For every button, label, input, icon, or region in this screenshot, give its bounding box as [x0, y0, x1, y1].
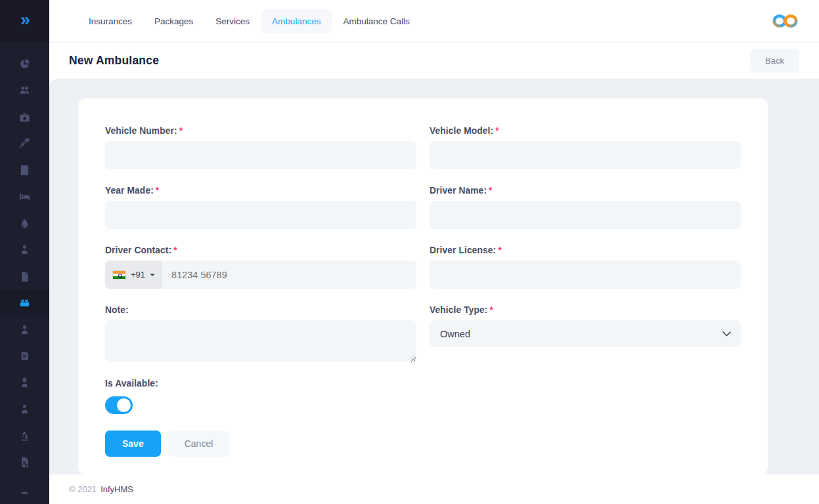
doctor-icon — [19, 324, 30, 335]
vehicle-number-group: Vehicle Number:* — [105, 126, 416, 169]
bed-icon — [19, 191, 30, 202]
microscope-icon — [19, 430, 30, 442]
back-button[interactable]: Back — [750, 49, 799, 73]
ambulance-icon — [19, 297, 30, 308]
vehicle-model-input[interactable] — [430, 141, 741, 169]
tab-ambulances[interactable]: Ambulances — [261, 9, 332, 33]
year-made-label: Year Made:* — [105, 186, 416, 196]
vehicle-type-label: Vehicle Type:* — [430, 305, 741, 315]
tab-insurances[interactable]: Insurances — [77, 9, 143, 33]
top-navbar: Insurances Packages Services Ambulances … — [49, 0, 819, 43]
vehicle-model-group: Vehicle Model:* — [430, 126, 741, 169]
person-icon — [19, 484, 30, 495]
sidebar-item-bed-management[interactable] — [0, 184, 49, 211]
sidebar-item-billing[interactable] — [0, 157, 49, 184]
note-label: Note: — [105, 305, 416, 315]
page-header: New Ambulance Back — [49, 43, 819, 79]
sidebar-item-patient-cases[interactable] — [0, 237, 49, 264]
double-chevron-right-icon: » — [20, 11, 29, 29]
vehicle-number-input[interactable] — [105, 141, 416, 169]
main-area: Insurances Packages Services Ambulances … — [49, 0, 819, 504]
sidebar-toggle[interactable]: » — [0, 0, 49, 43]
tab-ambulance-calls[interactable]: Ambulance Calls — [332, 9, 420, 33]
new-ambulance-form-card: Vehicle Number:* Vehicle Model:* Year Ma… — [78, 98, 768, 474]
driver-license-group: Driver License:* — [430, 245, 741, 289]
required-asterisk: * — [489, 186, 492, 196]
sidebar-item-dashboard[interactable] — [0, 51, 49, 77]
is-available-label: Is Available: — [105, 379, 741, 388]
patient-icon — [19, 244, 30, 255]
document-icon — [19, 271, 30, 282]
vehicle-type-group: Vehicle Type:* Owned — [430, 305, 741, 362]
driver-name-input[interactable] — [430, 201, 741, 229]
driver-contact-label: Driver Contact:* — [105, 245, 416, 255]
sidebar-item-ambulances[interactable] — [0, 290, 49, 317]
sidebar-item-receptionists[interactable] — [0, 369, 49, 396]
phone-input-wrap: +91 — [105, 261, 416, 289]
module-tabs: Insurances Packages Services Ambulances … — [77, 9, 772, 33]
vehicle-model-label: Vehicle Model:* — [430, 126, 741, 136]
country-code-dropdown[interactable]: +91 — [105, 261, 162, 289]
sidebar-item-employees[interactable] — [0, 396, 49, 423]
sidebar-item-appointments[interactable] — [0, 104, 49, 131]
caret-down-icon — [150, 274, 155, 276]
sidebar-item-blood-bank[interactable] — [0, 210, 49, 237]
required-asterisk: * — [498, 245, 501, 255]
driver-name-label: Driver Name:* — [430, 186, 741, 196]
medical-kit-icon — [19, 112, 30, 123]
save-button[interactable]: Save — [105, 430, 161, 457]
sidebar-item-doctors[interactable] — [0, 316, 49, 343]
india-flag-icon — [112, 270, 126, 280]
toggle-knob — [117, 398, 131, 412]
required-asterisk: * — [173, 245, 177, 255]
note-group: Note: — [105, 305, 416, 362]
driver-contact-input[interactable] — [162, 261, 416, 289]
sidebar-item-prescriptions[interactable] — [0, 450, 49, 476]
sidebar-item-laboratory[interactable] — [0, 423, 49, 450]
cancel-button[interactable]: Cancel — [168, 430, 230, 457]
sidebar-item-patients[interactable] — [0, 77, 49, 104]
is-available-toggle[interactable] — [105, 396, 133, 414]
pie-chart-icon — [19, 58, 30, 70]
sidebar-item-treatments[interactable] — [0, 131, 49, 158]
sidebar-item-documents[interactable] — [0, 263, 49, 290]
sidebar-nav — [0, 43, 49, 503]
content-area: Vehicle Number:* Vehicle Model:* Year Ma… — [49, 79, 819, 474]
driver-license-label: Driver License:* — [430, 245, 741, 255]
users-icon — [19, 85, 30, 96]
blood-drop-icon — [19, 218, 30, 229]
sidebar-item-more[interactable] — [0, 476, 49, 503]
required-asterisk: * — [489, 305, 493, 315]
dial-code: +91 — [131, 270, 145, 280]
report-icon — [19, 350, 30, 362]
required-asterisk: * — [179, 126, 183, 136]
sidebar-item-reports[interactable] — [0, 343, 49, 370]
year-made-group: Year Made:* — [105, 186, 416, 229]
copyright-text: © 2021 — [69, 484, 97, 494]
year-made-input[interactable] — [105, 201, 416, 229]
is-available-group: Is Available: — [105, 379, 741, 414]
footer: © 2021 InfyHMS — [49, 474, 819, 504]
vehicle-type-select[interactable]: Owned — [430, 320, 741, 347]
syringe-icon — [19, 138, 30, 149]
prescription-icon — [19, 457, 30, 468]
tab-services[interactable]: Services — [204, 9, 261, 33]
driver-license-input[interactable] — [430, 261, 741, 289]
required-asterisk: * — [495, 126, 498, 136]
infyhms-logo[interactable] — [772, 12, 799, 30]
note-textarea[interactable] — [105, 320, 416, 362]
vehicle-number-label: Vehicle Number:* — [105, 126, 416, 136]
tab-packages[interactable]: Packages — [143, 9, 204, 33]
driver-name-group: Driver Name:* — [430, 186, 741, 229]
page-title: New Ambulance — [69, 54, 159, 68]
receptionist-icon — [19, 377, 30, 388]
required-asterisk: * — [156, 186, 159, 196]
form-grid: Vehicle Number:* Vehicle Model:* Year Ma… — [105, 126, 741, 457]
infinity-logo-icon — [772, 12, 799, 30]
form-actions: Save Cancel — [105, 430, 741, 457]
employee-icon — [19, 404, 30, 415]
driver-contact-group: Driver Contact:* +91 — [105, 245, 416, 289]
brand-link[interactable]: InfyHMS — [100, 484, 133, 494]
invoice-icon — [19, 165, 30, 176]
sidebar: » — [0, 0, 49, 504]
